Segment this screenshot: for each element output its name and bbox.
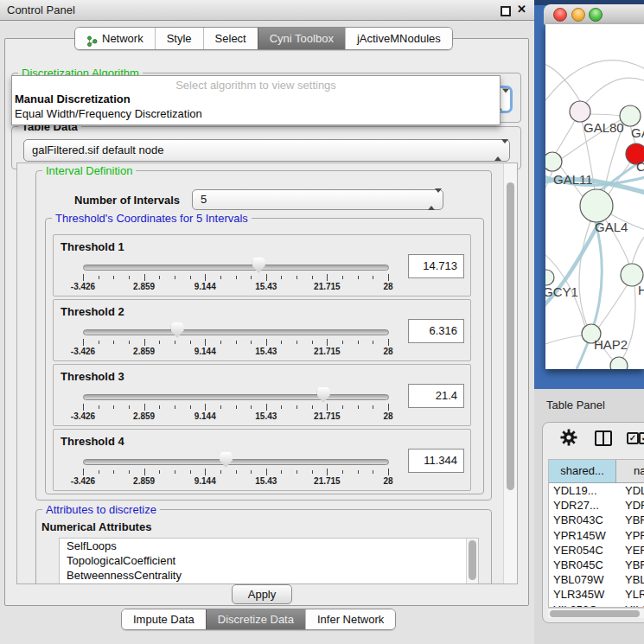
float-window-icon[interactable]	[501, 6, 511, 16]
network-node-label: HAP2	[594, 337, 628, 352]
tab-discretize-data[interactable]: Discretize Data	[206, 609, 305, 629]
zoom-traffic-light-icon[interactable]	[589, 8, 603, 22]
split-view-icon[interactable]	[595, 430, 612, 446]
slider-track[interactable]	[83, 329, 389, 335]
table-header-row: shared... na	[549, 460, 644, 483]
threshold-value-field[interactable]: 11.344	[408, 449, 464, 473]
network-node-label: GAL80	[583, 120, 624, 135]
network-node-label: GA	[631, 125, 644, 140]
checkbox-icon[interactable]: ✓	[639, 432, 644, 444]
slider-thumb[interactable]	[220, 452, 233, 468]
tab-select[interactable]: Select	[203, 28, 258, 49]
threshold-value-field[interactable]: 14.713	[408, 254, 464, 278]
slider-tick-labels: -3.4262.8599.14415.4321.71528	[83, 347, 388, 357]
menu-item-equal-width-frequency[interactable]: Equal Width/Frequency Discretization	[15, 107, 202, 120]
network-graph: GAL80GACGAL11GAL4GCY1HHAP2	[545, 24, 644, 369]
network-icon	[86, 33, 98, 44]
column-header-shared-name[interactable]: shared...	[549, 460, 616, 482]
network-window-titlebar	[544, 4, 644, 25]
tab-network[interactable]: Network	[75, 28, 155, 49]
list-item[interactable]: BetweennessCentrality	[60, 568, 478, 583]
attributes-group-title: Attributes to discretize	[42, 503, 160, 516]
table-row[interactable]: YPR145WYPR1	[549, 528, 644, 543]
list-item[interactable]: TopologicalCoefficient	[60, 553, 478, 568]
thresholds-group-title: Threshold's Coordinates for 5 Intervals	[52, 212, 252, 225]
control-panel-window: Control Panel ✕ NetworkStyleSelectCyni T…	[0, 0, 534, 644]
network-node-label: C	[636, 159, 644, 174]
network-node[interactable]	[545, 270, 554, 285]
network-node[interactable]	[620, 105, 641, 126]
slider-tick-labels: -3.4262.8599.14415.4321.71528	[83, 282, 388, 292]
threshold-label: Threshold 2	[61, 305, 124, 318]
table-data-value: galFiltered.sif default node	[32, 143, 163, 156]
list-item[interactable]: SelfLoops	[60, 539, 478, 553]
tab-impute-data[interactable]: Impute Data	[122, 609, 206, 629]
table-row[interactable]: YDR27...YDR2	[549, 498, 644, 513]
gear-icon[interactable]	[560, 429, 577, 446]
table-horizontal-scrollbar[interactable]	[548, 608, 644, 618]
settings-scrollbar-thumb[interactable]	[507, 182, 514, 490]
table-body: YDL19...YDL1YDR27...YDR2YBR043CYBR0YPR14…	[549, 483, 644, 608]
network-node[interactable]	[570, 101, 590, 122]
menu-item-manual-discretization[interactable]: Manual Discretization	[15, 92, 131, 105]
table-row[interactable]: YBR043CYBR0	[549, 513, 644, 527]
node-table: shared... na YDL19...YDL1YDR27...YDR2YBR…	[548, 459, 644, 608]
table-panel-card: ✓ ✓ shared... na YDL19...YDL1YDR27...YDR…	[542, 422, 644, 623]
tab-style[interactable]: Style	[155, 28, 203, 49]
checkbox-icon[interactable]: ✓	[627, 432, 639, 444]
right-pane: GAL80GACGAL11GAL4GCY1HHAP2 Table Panel ✓…	[534, 0, 644, 644]
table-data-select[interactable]: galFiltered.sif default node	[23, 139, 510, 162]
column-header-name[interactable]: na	[616, 460, 644, 482]
settings-scrollbar[interactable]	[503, 163, 517, 583]
network-canvas[interactable]: GAL80GACGAL11GAL4GCY1HHAP2	[545, 24, 644, 369]
threshold-panel-1: Threshold 1 -3.4262.8599.14415.4321.7152…	[53, 234, 471, 296]
num-intervals-value: 5	[201, 193, 207, 206]
table-row[interactable]: YER054CYER0	[549, 543, 644, 558]
table-row[interactable]: YLR345WYLR3	[549, 587, 644, 602]
threshold-label: Threshold 3	[61, 370, 124, 383]
network-node[interactable]	[545, 152, 562, 171]
interval-definition-title: Interval Definition	[42, 164, 136, 177]
slider-tick-labels: -3.4262.8599.14415.4321.71528	[83, 411, 388, 422]
slider-thumb[interactable]	[171, 322, 184, 338]
tab-jactivemnodules[interactable]: jActiveMNodules	[345, 28, 452, 49]
table-row[interactable]: YBR045CYBR0	[549, 558, 644, 572]
threshold-value-field[interactable]: 21.4	[408, 384, 464, 408]
slider-thumb[interactable]	[252, 258, 265, 273]
apply-button[interactable]: Apply	[232, 584, 292, 604]
slider-tick-labels: -3.4262.8599.14415.4321.71528	[83, 476, 388, 487]
stepper-icon	[494, 140, 502, 161]
network-node-label: GAL4	[595, 220, 628, 234]
num-intervals-select[interactable]: 5	[192, 189, 443, 210]
tab-infer-network[interactable]: Infer Network	[305, 609, 395, 629]
table-hscrollbar-thumb[interactable]	[550, 610, 640, 617]
top-tab-bar: NetworkStyleSelectCyni ToolboxjActiveMNo…	[74, 27, 453, 50]
slider-track[interactable]	[83, 265, 389, 271]
table-panel-title: Table Panel	[546, 399, 605, 411]
network-node-label: H	[638, 283, 644, 297]
network-node[interactable]	[580, 189, 613, 222]
threshold-label: Threshold 4	[61, 435, 124, 448]
tab-cyni-toolbox[interactable]: Cyni Toolbox	[258, 28, 345, 49]
list-scrollbar[interactable]	[466, 539, 478, 584]
network-node-label: GCY1	[545, 284, 578, 299]
slider-track[interactable]	[83, 394, 389, 400]
table-row[interactable]: YBL079WYBL0	[549, 572, 644, 587]
numerical-attributes-list: SelfLoopsTopologicalCoefficientBetweenne…	[59, 538, 479, 584]
algorithm-placeholder: Select algorithm to view settings	[12, 79, 500, 92]
close-icon[interactable]: ✕	[517, 3, 526, 16]
interval-definition-group: Interval Definition Number of Intervals …	[35, 170, 492, 501]
algorithm-dropdown-popup: Select algorithm to view settings Manual…	[11, 75, 501, 125]
minimize-traffic-light-icon[interactable]	[571, 8, 585, 22]
slider-track[interactable]	[83, 459, 389, 465]
attributes-group: Attributes to discretize Numerical Attri…	[35, 509, 492, 584]
slider-thumb[interactable]	[317, 387, 330, 403]
num-intervals-label: Number of Intervals	[74, 194, 180, 207]
network-node[interactable]	[610, 357, 628, 369]
thresholds-group: Threshold's Coordinates for 5 Intervals …	[45, 218, 484, 494]
table-row[interactable]: YDL19...YDL1	[549, 483, 644, 498]
close-traffic-light-icon[interactable]	[553, 8, 567, 22]
list-scrollbar-thumb[interactable]	[469, 540, 476, 580]
threshold-value-field[interactable]: 6.316	[408, 319, 464, 343]
settings-scroll-pane: Interval Definition Number of Intervals …	[16, 163, 518, 584]
